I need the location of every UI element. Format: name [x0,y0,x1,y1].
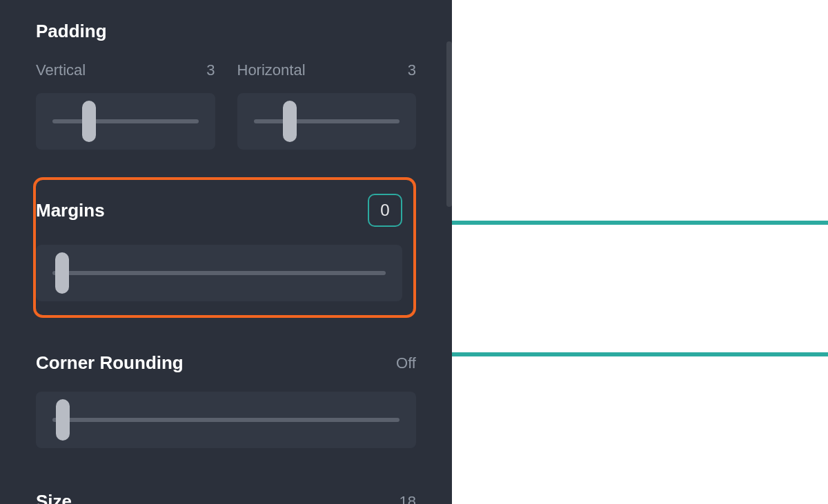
settings-panel: Padding Vertical 3 Horizontal 3 [0,0,452,504]
padding-horizontal-group: Horizontal 3 [237,61,417,150]
margins-section-highlighted: Margins [33,177,416,318]
corner-rounding-value: Off [396,354,416,372]
margins-input[interactable] [368,194,402,227]
corner-rounding-section: Corner Rounding Off [36,352,416,448]
margins-title: Margins [36,200,105,221]
padding-horizontal-slider[interactable] [237,93,417,150]
slider-thumb[interactable] [55,252,69,294]
slider-thumb[interactable] [283,101,297,142]
preview-divider [452,352,828,356]
slider-thumb[interactable] [82,101,96,142]
padding-section: Padding Vertical 3 Horizontal 3 [36,21,416,150]
padding-vertical-slider[interactable] [36,93,215,150]
preview-divider [452,221,828,225]
size-section: Size 18 [36,491,416,504]
padding-horizontal-value: 3 [408,61,416,79]
slider-thumb[interactable] [56,399,70,441]
size-value: 18 [400,493,416,505]
padding-title: Padding [36,21,416,42]
padding-vertical-value: 3 [206,61,215,79]
margins-slider[interactable] [36,245,402,301]
preview-canvas [452,0,828,504]
corner-rounding-slider[interactable] [36,392,416,448]
size-title: Size [36,491,72,504]
padding-vertical-group: Vertical 3 [36,61,215,150]
padding-horizontal-label: Horizontal [237,61,306,79]
padding-vertical-label: Vertical [36,61,86,79]
corner-rounding-title: Corner Rounding [36,352,184,374]
